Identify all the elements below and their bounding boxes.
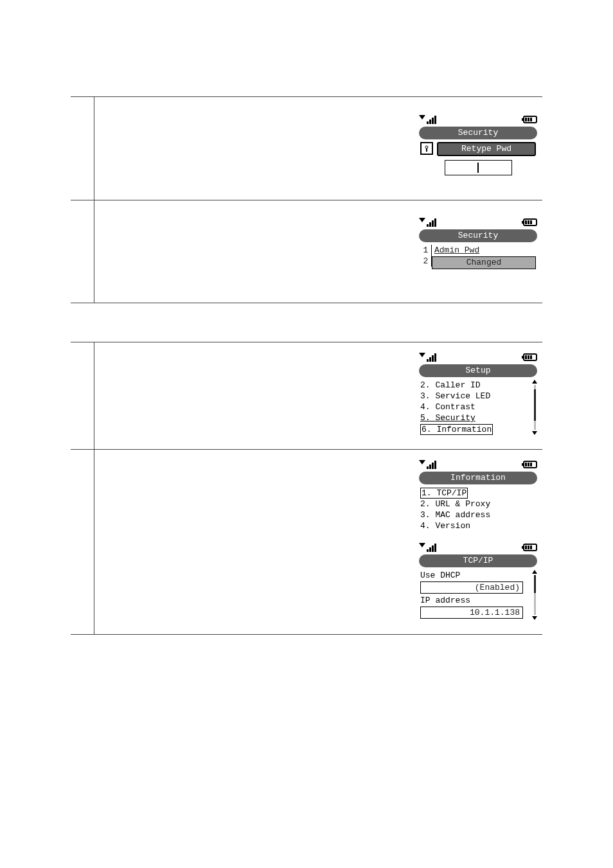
block-security: Security Retype Pwd: [71, 96, 542, 303]
screen-title: Setup: [419, 364, 537, 377]
menu-item-url-proxy[interactable]: 2. URL & Proxy: [420, 499, 536, 509]
status-changed: Changed: [432, 256, 536, 269]
password-input[interactable]: [445, 160, 512, 175]
screen-title: Security: [419, 127, 537, 139]
step-number-cell: [71, 342, 94, 449]
battery-icon: [523, 461, 537, 468]
battery-icon: [523, 544, 537, 551]
text-cursor: [477, 163, 479, 173]
lcd-screen-retype: Security Retype Pwd: [418, 114, 538, 187]
svg-point-0: [425, 146, 428, 148]
menu-item-service-led[interactable]: 3. Service LED: [420, 391, 529, 402]
row-info-tcpip: Information 1. TCP/IP 2. URL & Proxy 3. …: [71, 449, 542, 634]
label-use-dhcp: Use DHCP: [420, 570, 529, 581]
scroll-down-icon[interactable]: [532, 431, 537, 435]
menu-item-security[interactable]: 5. Security: [420, 412, 529, 423]
menu-item-tcpip-selected[interactable]: 1. TCP/IP: [420, 488, 468, 499]
menu-item-caller-id[interactable]: 2. Caller ID: [420, 380, 529, 391]
retype-pwd-button[interactable]: Retype Pwd: [437, 142, 536, 156]
signal-icon: [419, 353, 436, 362]
signal-icon: [419, 218, 436, 227]
scroll-up-icon[interactable]: [532, 380, 537, 384]
step-number-cell: [71, 200, 94, 303]
list-index-1: 1: [420, 245, 432, 256]
status-bar: [418, 542, 538, 553]
signal-icon: [419, 116, 436, 124]
svg-rect-1: [426, 148, 427, 152]
lcd-screen-information: Information 1. TCP/IP 2. URL & Proxy 3. …: [418, 459, 538, 533]
block-information: Setup 2. Caller ID 3. Service LED 4. Con…: [71, 342, 542, 635]
list-index-2: 2: [420, 256, 432, 267]
signal-icon: [419, 461, 436, 469]
scrollbar[interactable]: [532, 380, 537, 435]
key-icon: [420, 142, 433, 155]
status-bar: [418, 459, 538, 470]
value-ip-address[interactable]: 10.1.1.138: [420, 607, 523, 619]
page: Security Retype Pwd: [0, 0, 613, 635]
status-bar: [418, 114, 538, 125]
lcd-screen-tcpip: TCP/IP Use DHCP (Enabled) IP address 10.…: [418, 542, 538, 621]
status-bar: [418, 217, 538, 228]
menu-item-mac-address[interactable]: 3. MAC address: [420, 509, 536, 520]
menu-item-admin-pwd[interactable]: Admin Pwd: [432, 245, 536, 256]
scroll-down-icon[interactable]: [532, 616, 537, 620]
battery-icon: [523, 353, 537, 361]
battery-icon: [523, 116, 537, 123]
menu-item-version[interactable]: 4. Version: [420, 520, 536, 531]
battery-icon: [523, 218, 537, 226]
label-ip-address: IP address: [420, 595, 529, 606]
screen-title: TCP/IP: [419, 554, 537, 567]
signal-icon: [419, 544, 436, 552]
step-number-cell: [71, 450, 94, 634]
lcd-screen-changed: Security 1 2 Admin Pwd Changed: [418, 217, 538, 290]
row-retype-pwd: Security Retype Pwd: [71, 97, 542, 200]
scrollbar[interactable]: [532, 570, 537, 620]
menu-item-information-selected[interactable]: 6. Information: [420, 424, 493, 435]
value-use-dhcp[interactable]: (Enabled): [420, 581, 523, 594]
lcd-screen-setup: Setup 2. Caller ID 3. Service LED 4. Con…: [418, 351, 538, 436]
menu-item-contrast[interactable]: 4. Contrast: [420, 402, 529, 412]
row-changed: Security 1 2 Admin Pwd Changed: [71, 200, 542, 303]
step-number-cell: [71, 97, 94, 200]
screen-title: Information: [419, 472, 537, 484]
row-setup: Setup 2. Caller ID 3. Service LED 4. Con…: [71, 342, 542, 449]
status-bar: [418, 351, 538, 363]
screen-title: Security: [419, 229, 537, 242]
scroll-up-icon[interactable]: [532, 570, 537, 574]
